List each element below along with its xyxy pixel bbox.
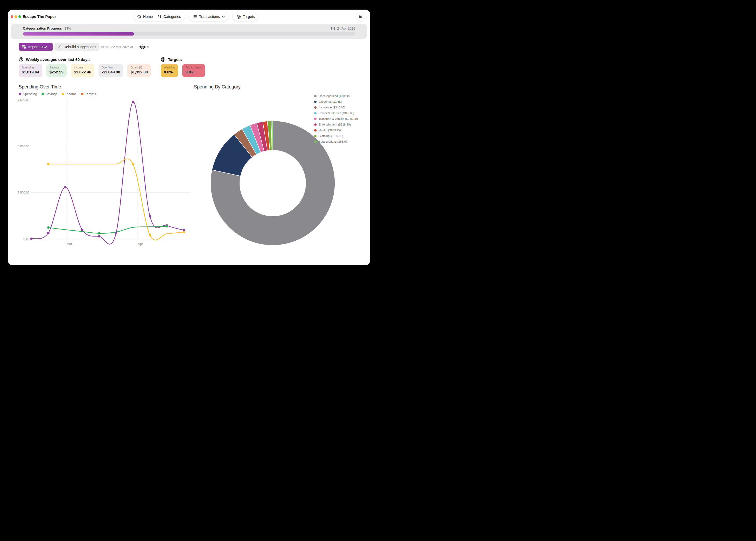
stat-card-label: Income — [74, 66, 91, 69]
legend-dot — [42, 93, 44, 95]
app-title: Escape The Paper — [23, 10, 56, 24]
external-link-icon — [139, 66, 142, 69]
magic-wand-icon — [58, 45, 61, 49]
dollar-refresh-icon: $ — [19, 57, 24, 62]
svg-text:0.00: 0.00 — [24, 237, 29, 241]
svg-text:7,500.00: 7,500.00 — [18, 98, 29, 101]
legend-item-spending[interactable]: Spending — [19, 92, 37, 96]
date-picker[interactable]: 24 Apr 2026 — [331, 26, 355, 30]
targets-title: Targets — [168, 57, 182, 62]
legend-label: Uncategorized ($10.8k) — [319, 94, 350, 98]
stat-card-wedding[interactable]: Wedding0.0% — [161, 64, 178, 77]
stat-card-savings: Savings$252.99 — [46, 64, 67, 77]
import-csv-button[interactable]: Import CSV... — [19, 43, 53, 51]
legend-item-savings[interactable]: Savings — [42, 92, 57, 96]
lock-icon — [358, 15, 362, 19]
nav-label-categories: Categories — [163, 15, 181, 19]
nav-label-transactions: Transactions — [199, 15, 220, 19]
legend-label: Power & internet ($312.80) — [319, 112, 354, 115]
nav-item-categories[interactable]: Categories — [158, 15, 181, 19]
stat-card-label: Spending — [22, 66, 39, 69]
legend-item-power-internet[interactable]: Power & internet ($312.80) — [314, 110, 358, 116]
legend-dot — [314, 101, 317, 103]
stat-card-label: Savings — [50, 66, 64, 69]
legend-dot — [62, 93, 64, 95]
legend-item-subscriptions[interactable]: Subscriptions ($55.97) — [314, 139, 358, 145]
legend-label: Health ($163.15) — [319, 129, 341, 132]
stat-card-value: -$1,049.98 — [102, 70, 120, 74]
nav-item-home[interactable]: Home — [137, 15, 153, 19]
close-window-button[interactable] — [11, 15, 13, 18]
legend-label: Transport & vehicle ($246.00) — [319, 117, 358, 120]
window-header: Escape The Paper Home Categories — [8, 10, 370, 24]
line-chart-title: Spending Over Time — [19, 84, 61, 90]
legend-item-income[interactable]: Income — [62, 92, 77, 96]
donut-chart-title: Spending By Category — [194, 84, 240, 90]
svg-text:$: $ — [20, 58, 22, 61]
home-icon — [137, 15, 141, 19]
targets-header: Targets — [161, 57, 182, 62]
weekly-averages-header: $ Weekly averages over last 60 days — [19, 57, 90, 62]
legend-item-groceries[interactable]: Groceries ($1.5k) — [314, 99, 358, 105]
stat-card-value: $1,322.00 — [131, 70, 148, 74]
app-window: Escape The Paper Home Categories — [8, 10, 370, 265]
svg-text:Mar: Mar — [67, 242, 72, 246]
weekly-average-cards: Spending$1,819.44Savings$252.99Income$1,… — [19, 64, 151, 77]
chevron-down-icon[interactable] — [147, 45, 150, 49]
svg-text:Apr: Apr — [138, 242, 143, 246]
legend-label: Savings — [45, 92, 57, 96]
legend-item-insurance[interactable]: Insurance ($340.00) — [314, 105, 358, 110]
date-label: 24 Apr 2026 — [337, 26, 355, 30]
transactions-icon — [192, 15, 197, 19]
stat-card-overflow: Overflow-$1,049.98 — [99, 64, 124, 77]
legend-label: Spending — [23, 92, 37, 96]
stat-card-trip-to-japan[interactable]: Trip to Japan0.0% — [182, 64, 205, 77]
legend-label: Targets — [85, 92, 96, 96]
legend-item-health[interactable]: Health ($163.15) — [314, 127, 358, 133]
legend-dot — [314, 118, 317, 120]
legend-dot — [81, 93, 84, 95]
lock-button[interactable] — [356, 12, 365, 21]
legend-item-entertainment[interactable]: Entertainment ($218.50) — [314, 122, 358, 127]
legend-label: Insurance ($340.00) — [319, 106, 345, 109]
run-options — [140, 43, 150, 51]
stat-card-label: Overflow — [102, 66, 120, 69]
stat-card-label: Trip to Japan — [186, 66, 202, 69]
zoom-window-button[interactable] — [18, 15, 21, 18]
legend-item-transport-vehicle[interactable]: Transport & vehicle ($246.00) — [314, 116, 358, 122]
legend-dot — [314, 124, 317, 126]
stat-card-goals[interactable]: Goals$1,322.00 — [127, 64, 151, 77]
legend-item-clothing[interactable]: Clothing ($135.00) — [314, 133, 358, 139]
legend-dot — [314, 135, 317, 137]
progress-fill — [23, 32, 134, 36]
legend-label: Subscriptions ($55.97) — [319, 140, 348, 143]
stat-card-value: 0.0% — [186, 70, 202, 74]
legend-dot — [314, 95, 317, 97]
legend-dot — [314, 106, 317, 109]
progress-track — [23, 32, 355, 36]
target-cards: Wedding0.0%Trip to Japan0.0% — [161, 64, 205, 77]
chevron-down-icon — [222, 15, 225, 18]
target-icon — [236, 15, 241, 19]
stat-card-income: Income$1,022.46 — [71, 64, 94, 77]
rebuild-suggestions-label: Rebuild suggestions — [64, 45, 96, 49]
nav-pill-transactions[interactable]: Transactions — [189, 12, 229, 21]
progress-percent: 33% — [64, 26, 71, 30]
traffic-lights — [11, 15, 21, 18]
legend-item-uncategorized[interactable]: Uncategorized ($10.8k) — [314, 93, 358, 99]
svg-text:2,500.00: 2,500.00 — [18, 191, 29, 194]
svg-text:5,000.00: 5,000.00 — [18, 145, 29, 148]
legend-item-targets[interactable]: Targets — [81, 92, 96, 96]
more-options-icon[interactable] — [140, 44, 145, 49]
minimize-window-button[interactable] — [15, 15, 17, 18]
nav-pill-home-categories: Home Categories — [133, 12, 185, 21]
nav-pill-targets[interactable]: Targets — [232, 12, 259, 21]
last-run-text: Last run: 22 Mar 2026 at 1:26 pm — [98, 43, 146, 51]
legend-dot — [314, 141, 317, 143]
rebuild-suggestions-button[interactable]: Rebuild suggestions — [54, 43, 99, 51]
nav-label-home: Home — [143, 15, 153, 19]
categorization-progress-panel: Categorization Progress 33% 24 Apr 2026 — [11, 24, 367, 39]
stat-card-spending: Spending$1,819.44 — [19, 64, 42, 77]
legend-dot — [314, 112, 317, 114]
legend-dot — [314, 129, 317, 132]
